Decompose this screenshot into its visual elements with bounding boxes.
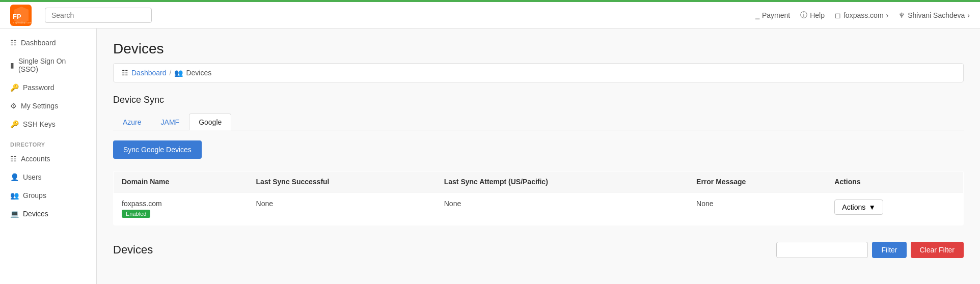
filter-input[interactable]	[776, 242, 868, 258]
sidebar-label-groups: Groups	[23, 191, 46, 200]
sidebar-item-my-settings[interactable]: ⚙ My Settings	[0, 97, 96, 115]
filter-button[interactable]: Filter	[872, 242, 906, 258]
sidebar-item-accounts[interactable]: ☷ Accounts	[0, 150, 96, 168]
nav-right: ⎯ Payment ⓘ Help ◻ foxpass.com › ♆ Shiva…	[755, 11, 970, 20]
users-icon: 👤	[10, 173, 19, 181]
sso-icon: ▮	[10, 61, 14, 69]
help-label: Help	[810, 11, 825, 19]
sync-google-devices-button[interactable]: Sync Google Devices	[113, 140, 202, 159]
device-sync-title: Device Sync	[113, 95, 964, 105]
cell-actions: Actions ▼	[826, 192, 963, 225]
help-nav-item[interactable]: ⓘ Help	[800, 11, 825, 20]
devices-section-title: Devices	[113, 243, 153, 257]
main-content: Devices ☷ Dashboard / 👥 Devices Device S…	[97, 29, 980, 284]
payment-nav-item[interactable]: ⎯ Payment	[755, 11, 790, 19]
cell-error-message: None	[688, 192, 826, 225]
actions-dropdown-button[interactable]: Actions ▼	[834, 200, 883, 215]
accounts-icon: ☷	[10, 155, 17, 163]
domain-label: foxpass.com	[843, 11, 884, 19]
tab-azure[interactable]: Azure	[113, 113, 151, 130]
domain-arrow: ›	[886, 11, 889, 19]
svg-text:a splashtop company: a splashtop company	[13, 21, 32, 24]
devices-section-header: Devices Filter Clear Filter	[113, 242, 964, 258]
sidebar-item-devices[interactable]: 💻 Devices	[0, 205, 96, 223]
table-header: Domain Name Last Sync Successful Last Sy…	[114, 172, 964, 192]
filter-controls: Filter Clear Filter	[776, 242, 964, 258]
page-title: Devices	[113, 41, 964, 57]
breadcrumb-current: Devices	[186, 69, 211, 77]
user-icon: ♆	[899, 11, 905, 19]
sidebar-label-accounts: Accounts	[21, 155, 50, 163]
sidebar-label-sso: Single Sign On (SSO)	[18, 57, 86, 73]
logo-area[interactable]: FP a splashtop company	[10, 5, 35, 26]
cell-last-sync-successful: None	[248, 192, 436, 225]
devices-icon: 💻	[10, 210, 19, 218]
payment-icon: ⎯	[755, 11, 759, 19]
table-row: foxpass.com Enabled None None None Actio…	[114, 192, 964, 225]
user-label: Shivani Sachdeva	[908, 11, 965, 19]
cell-domain-name: foxpass.com Enabled	[114, 192, 248, 225]
chevron-down-icon: ▼	[868, 203, 876, 211]
directory-section-label: DIRECTORY	[0, 133, 96, 150]
user-nav-item[interactable]: ♆ Shivani Sachdeva ›	[899, 11, 970, 19]
breadcrumb-dashboard-link[interactable]: Dashboard	[131, 69, 167, 77]
svg-text:FP: FP	[13, 13, 21, 20]
top-navigation: FP a splashtop company ⎯ Payment ⓘ Help …	[0, 2, 980, 29]
breadcrumb-separator: /	[170, 69, 172, 77]
sshkeys-icon: 🔑	[10, 120, 19, 128]
clear-filter-button[interactable]: Clear Filter	[911, 242, 964, 258]
actions-label: Actions	[842, 203, 865, 211]
sidebar-label-dashboard: Dashboard	[21, 39, 56, 47]
sidebar-label-devices: Devices	[23, 210, 48, 218]
domain-nav-item[interactable]: ◻ foxpass.com ›	[835, 11, 888, 19]
col-last-sync-attempt: Last Sync Attempt (US/Pacific)	[436, 172, 688, 192]
dashboard-icon: ☷	[10, 39, 17, 47]
help-icon: ⓘ	[800, 11, 807, 20]
payment-label: Payment	[762, 11, 790, 19]
sidebar-item-dashboard[interactable]: ☷ Dashboard	[0, 34, 96, 52]
main-layout: ☷ Dashboard ▮ Single Sign On (SSO) 🔑 Pas…	[0, 29, 980, 284]
device-sync-table: Domain Name Last Sync Successful Last Sy…	[113, 171, 964, 225]
user-arrow: ›	[967, 11, 970, 19]
breadcrumb-home-icon: ☷	[122, 69, 128, 77]
sidebar-item-users[interactable]: 👤 Users	[0, 168, 96, 186]
search-input[interactable]	[45, 8, 152, 23]
groups-icon: 👥	[10, 191, 19, 200]
domain-icon: ◻	[835, 11, 841, 19]
breadcrumb: ☷ Dashboard / 👥 Devices	[113, 63, 964, 82]
sidebar: ☷ Dashboard ▮ Single Sign On (SSO) 🔑 Pas…	[0, 29, 97, 284]
sidebar-label-ssh-keys: SSH Keys	[23, 120, 56, 128]
sidebar-item-ssh-keys[interactable]: 🔑 SSH Keys	[0, 115, 96, 133]
cell-last-sync-attempt: None	[436, 192, 688, 225]
col-actions: Actions	[826, 172, 963, 192]
sidebar-label-password: Password	[23, 83, 54, 92]
col-last-sync-successful: Last Sync Successful	[248, 172, 436, 192]
sidebar-item-sso[interactable]: ▮ Single Sign On (SSO)	[0, 52, 96, 78]
sidebar-item-password[interactable]: 🔑 Password	[0, 78, 96, 97]
sync-tabs: Azure JAMF Google	[113, 113, 964, 130]
password-icon: 🔑	[10, 83, 19, 92]
col-domain-name: Domain Name	[114, 172, 248, 192]
table-body: foxpass.com Enabled None None None Actio…	[114, 192, 964, 225]
breadcrumb-devices-icon: 👥	[174, 69, 183, 77]
sidebar-label-users: Users	[23, 173, 42, 181]
sidebar-item-groups[interactable]: 👥 Groups	[0, 186, 96, 205]
col-error-message: Error Message	[688, 172, 826, 192]
tab-google[interactable]: Google	[189, 113, 231, 130]
tab-jamf[interactable]: JAMF	[151, 113, 189, 130]
domain-name-value: foxpass.com	[122, 200, 162, 208]
sidebar-label-my-settings: My Settings	[21, 102, 58, 110]
status-badge: Enabled	[122, 210, 150, 218]
settings-icon: ⚙	[10, 102, 17, 110]
